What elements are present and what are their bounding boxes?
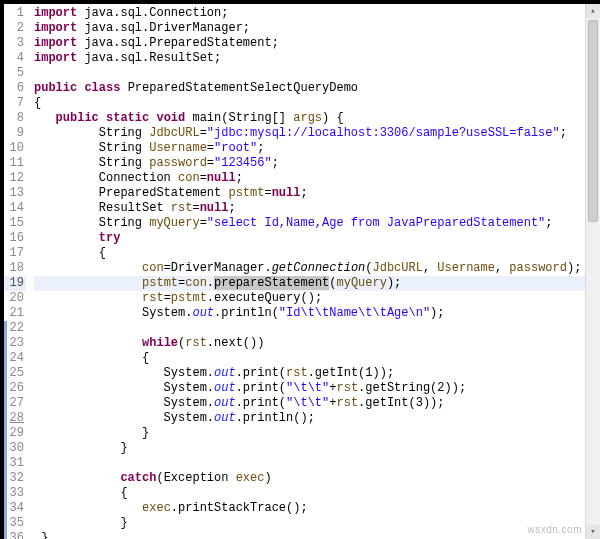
code-line[interactable]: import java.sql.Connection; bbox=[34, 6, 600, 21]
line-number: 9 bbox=[4, 126, 26, 141]
code-line[interactable]: import java.sql.DriverManager; bbox=[34, 21, 600, 36]
token bbox=[34, 231, 99, 245]
code-line[interactable]: { bbox=[34, 486, 600, 501]
line-number: 28 bbox=[4, 411, 26, 426]
token: rst bbox=[286, 366, 308, 380]
code-line[interactable]: String password="123456"; bbox=[34, 156, 600, 171]
code-line[interactable]: System.out.print("\t\t"+rst.getInt(3)); bbox=[34, 396, 600, 411]
code-line[interactable]: { bbox=[34, 96, 600, 111]
token: java.sql.Connection; bbox=[84, 6, 228, 20]
code-line[interactable]: } bbox=[34, 531, 600, 539]
line-number: 12 bbox=[4, 171, 26, 186]
token: password bbox=[149, 156, 207, 170]
token: System. bbox=[34, 366, 214, 380]
code-line[interactable]: String JdbcURL="jdbc:mysql://localhost:3… bbox=[34, 126, 600, 141]
code-line[interactable]: System.out.print(rst.getInt(1)); bbox=[34, 366, 600, 381]
line-number: 21 bbox=[4, 306, 26, 321]
token: =DriverManager. bbox=[164, 261, 272, 275]
code-line[interactable]: { bbox=[34, 351, 600, 366]
code-line[interactable]: System.out.println("Id\t\tName\t\tAge\n"… bbox=[34, 306, 600, 321]
token: getConnection bbox=[272, 261, 366, 275]
code-line[interactable]: try bbox=[34, 231, 600, 246]
line-number: 34 bbox=[4, 501, 26, 516]
line-number: 33 bbox=[4, 486, 26, 501]
code-line[interactable]: exec.printStackTrace(); bbox=[34, 501, 600, 516]
line-number: 20 bbox=[4, 291, 26, 306]
token: .next()) bbox=[207, 336, 265, 350]
code-line[interactable]: String myQuery="select Id,Name,Age from … bbox=[34, 216, 600, 231]
token: String bbox=[34, 156, 149, 170]
token: public static void bbox=[56, 111, 193, 125]
line-number: 13 bbox=[4, 186, 26, 201]
token: pstmt bbox=[228, 186, 264, 200]
token bbox=[34, 291, 142, 305]
code-line[interactable]: } bbox=[34, 441, 600, 456]
change-marker bbox=[4, 321, 7, 539]
watermark-text: wsxdn.com bbox=[527, 522, 582, 537]
scroll-down-arrow[interactable]: ▾ bbox=[586, 525, 600, 539]
token: rst bbox=[185, 336, 207, 350]
code-line[interactable]: PreparedStatement pstmt=null; bbox=[34, 186, 600, 201]
code-line[interactable]: } bbox=[34, 516, 600, 531]
code-line[interactable]: Connection con=null; bbox=[34, 171, 600, 186]
line-number: 17 bbox=[4, 246, 26, 261]
vertical-scrollbar[interactable]: ▴ ▾ bbox=[585, 4, 600, 539]
line-number: 3 bbox=[4, 36, 26, 51]
code-line[interactable]: System.out.print("\t\t"+rst.getString(2)… bbox=[34, 381, 600, 396]
token bbox=[34, 276, 142, 290]
code-line[interactable]: public class PreparedStatementSelectQuer… bbox=[34, 81, 600, 96]
token: = bbox=[200, 216, 207, 230]
code-line[interactable] bbox=[34, 321, 600, 336]
token: PreparedStatement bbox=[34, 186, 228, 200]
token: } bbox=[34, 426, 149, 440]
line-number: 29 bbox=[4, 426, 26, 441]
token: "\t\t" bbox=[286, 396, 329, 410]
code-line[interactable] bbox=[34, 456, 600, 471]
code-editor[interactable]: 1234567891011121314151617181920212223242… bbox=[4, 4, 600, 539]
code-line[interactable]: { bbox=[34, 246, 600, 261]
code-line[interactable]: System.out.println(); bbox=[34, 411, 600, 426]
code-area[interactable]: import java.sql.Connection;import java.s… bbox=[30, 4, 600, 539]
token: Connection bbox=[34, 171, 178, 185]
code-line[interactable]: import java.sql.ResultSet; bbox=[34, 51, 600, 66]
line-number: 2 bbox=[4, 21, 26, 36]
token: out bbox=[214, 366, 236, 380]
line-number: 23 bbox=[4, 336, 26, 351]
scroll-up-arrow[interactable]: ▴ bbox=[586, 4, 600, 18]
code-line[interactable] bbox=[34, 66, 600, 81]
token: null bbox=[272, 186, 301, 200]
token: { bbox=[34, 246, 106, 260]
code-line[interactable]: public static void main(String[] args) { bbox=[34, 111, 600, 126]
token: } bbox=[34, 441, 128, 455]
code-line[interactable]: rst=pstmt.executeQuery(); bbox=[34, 291, 600, 306]
token: Username bbox=[437, 261, 495, 275]
token: out bbox=[192, 306, 214, 320]
token: "root" bbox=[214, 141, 257, 155]
token: null bbox=[200, 201, 229, 215]
token: System. bbox=[34, 381, 214, 395]
line-number: 35 bbox=[4, 516, 26, 531]
code-line[interactable]: ResultSet rst=null; bbox=[34, 201, 600, 216]
code-line[interactable]: catch(Exception exec) bbox=[34, 471, 600, 486]
token: catch bbox=[120, 471, 156, 485]
code-line[interactable]: import java.sql.PreparedStatement; bbox=[34, 36, 600, 51]
token: "\t\t" bbox=[286, 381, 329, 395]
line-number: 8 bbox=[4, 111, 26, 126]
token: java.sql.DriverManager; bbox=[84, 21, 250, 35]
token: myQuery bbox=[336, 276, 386, 290]
line-number: 24 bbox=[4, 351, 26, 366]
line-number: 15 bbox=[4, 216, 26, 231]
token: import bbox=[34, 6, 84, 20]
scrollbar-thumb[interactable] bbox=[588, 20, 598, 222]
code-line[interactable]: } bbox=[34, 426, 600, 441]
token: { bbox=[34, 96, 41, 110]
code-line[interactable]: pstmt=con.prepareStatement(myQuery); bbox=[34, 276, 600, 291]
token: ; bbox=[272, 156, 279, 170]
code-line[interactable]: while(rst.next()) bbox=[34, 336, 600, 351]
line-number: 11 bbox=[4, 156, 26, 171]
token: main(String[] bbox=[192, 111, 293, 125]
token: con bbox=[142, 261, 164, 275]
code-line[interactable]: String Username="root"; bbox=[34, 141, 600, 156]
code-line[interactable]: con=DriverManager.getConnection(JdbcURL,… bbox=[34, 261, 600, 276]
line-number: 14 bbox=[4, 201, 26, 216]
